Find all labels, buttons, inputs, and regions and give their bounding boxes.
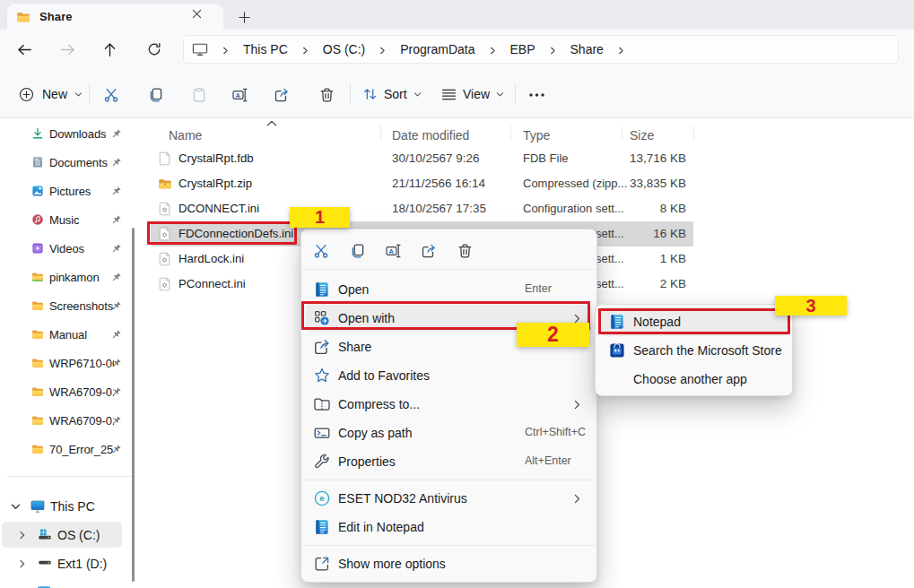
copy-icon	[147, 87, 163, 103]
sort-ascending-icon	[266, 120, 277, 126]
sidebar-item-screenshots[interactable]: Screenshots	[0, 291, 140, 320]
sidebar-scrollbar[interactable]	[132, 228, 135, 582]
menu-item-show-more-options[interactable]: Show more options	[306, 549, 592, 578]
sidebar-item-partial[interactable]	[0, 578, 140, 588]
pin-icon	[110, 186, 122, 197]
file-row-crystalrpt-zip[interactable]: CrystalRpt.zip 21/11/2566 16:14 Compress…	[140, 171, 914, 196]
column-header-size[interactable]: Size	[630, 128, 654, 143]
paste-button[interactable]	[186, 82, 213, 108]
tab-close-button[interactable]	[187, 4, 205, 22]
forward-button[interactable]	[55, 37, 80, 62]
pin-icon	[110, 243, 122, 255]
cut-button[interactable]	[98, 82, 125, 108]
file-date: 30/10/2567 9:26	[392, 151, 480, 165]
menu-item-label: Choose another app	[633, 372, 747, 386]
sidebar-item-this-pc[interactable]: This PC	[0, 492, 140, 521]
breadcrumb-chevron-icon	[222, 47, 230, 55]
file-row-crystalrpt-fdb[interactable]: CrystalRpt.fdb 30/10/2567 9:26 FDB File …	[140, 146, 914, 171]
new-button[interactable]: New	[11, 81, 91, 108]
breadcrumb-this-pc[interactable]: This PC	[243, 42, 288, 56]
sidebar-item-downloads[interactable]: Downloads	[0, 119, 140, 148]
toolbar-divider	[515, 83, 516, 105]
rename-button[interactable]: A	[378, 237, 408, 265]
sidebar-item-label: Music	[49, 213, 79, 227]
menu-item-compress-to[interactable]: Compress to...	[306, 390, 592, 419]
back-button[interactable]	[12, 37, 37, 62]
menu-shortcut: Ctrl+Shift+C	[525, 426, 586, 438]
sidebar-item-os-c[interactable]: OS (C:)	[0, 521, 140, 549]
annotation-highlight-notepad	[598, 308, 790, 334]
submenu-item-choose-another-app[interactable]: Choose another app	[600, 365, 788, 393]
breadcrumb-ebp[interactable]: EBP	[510, 42, 535, 56]
sort-button[interactable]: Sort	[357, 81, 427, 108]
cut-button[interactable]	[306, 237, 336, 265]
notepad-icon	[313, 518, 331, 536]
annotation-step-number: 2	[547, 323, 559, 347]
folder-icon	[31, 299, 44, 312]
pin-icon	[110, 386, 122, 398]
menu-item-open[interactable]: Open Enter	[306, 275, 592, 304]
menu-item-copy-as-path[interactable]: Copy as path Ctrl+Shift+C	[306, 419, 592, 447]
submenu-arrow-icon	[573, 494, 581, 504]
sidebar-item-ext1-d[interactable]: Ext1 (D:)	[0, 549, 140, 578]
sidebar-item-documents[interactable]: Documents	[0, 148, 140, 177]
folder-icon	[31, 271, 44, 283]
sidebar-item-music[interactable]: Music	[0, 205, 140, 234]
sidebar-item-wra6709-2[interactable]: WRA6709-01	[0, 406, 140, 435]
sidebar-item-label: Screenshots	[49, 299, 113, 313]
tab-bar: Share	[0, 0, 914, 30]
menu-item-add-to-favorites[interactable]: Add to Favorites	[306, 361, 592, 390]
sidebar-item-70-error[interactable]: 70_Error_255	[0, 435, 140, 463]
delete-button[interactable]	[449, 237, 480, 265]
breadcrumb-chevron-icon	[379, 47, 387, 55]
rename-button[interactable]: A	[226, 82, 253, 108]
column-header-type[interactable]: Type	[523, 128, 550, 143]
sidebar-item-wra6709-1[interactable]: WRA6709-01	[0, 377, 140, 406]
breadcrumb-programdata[interactable]: ProgramData	[400, 42, 474, 56]
toolbar-divider	[89, 83, 90, 105]
file-name: PConnect.ini	[178, 277, 246, 290]
menu-divider	[302, 545, 596, 546]
sidebar-item-videos[interactable]: Videos	[0, 234, 140, 263]
delete-button[interactable]	[313, 82, 340, 108]
documents-icon	[31, 156, 44, 169]
chevron-down-icon	[413, 91, 422, 99]
sidebar-item-label: Videos	[49, 242, 84, 255]
file-row-dconnect-ini[interactable]: DCONNECT.ini 18/10/2567 17:35 Configurat…	[140, 196, 914, 221]
breadcrumb-share[interactable]: Share	[570, 42, 604, 56]
new-tab-button[interactable]	[233, 7, 255, 27]
folder-icon	[31, 357, 44, 369]
view-icon	[441, 88, 457, 101]
wrench-icon	[313, 453, 331, 471]
sidebar-item-pictures[interactable]: Pictures	[0, 177, 140, 205]
menu-item-properties[interactable]: Properties Alt+Enter	[306, 447, 592, 476]
share-button[interactable]	[268, 82, 295, 108]
more-options-button[interactable]	[523, 82, 550, 108]
copy-button[interactable]	[142, 82, 169, 108]
column-divider[interactable]	[380, 125, 381, 141]
sidebar-item-manual[interactable]: Manual	[0, 320, 140, 349]
menu-item-edit-in-notepad[interactable]: Edit in Notepad	[306, 513, 592, 541]
address-bar[interactable]: This PC OS (C:) ProgramData EBP Share	[183, 35, 899, 64]
menu-item-eset-antivirus[interactable]: e ESET NOD32 Antivirus	[306, 484, 592, 513]
breadcrumb-os-c[interactable]: OS (C:)	[323, 42, 365, 56]
view-button[interactable]: View	[436, 81, 509, 108]
column-divider[interactable]	[693, 125, 694, 141]
column-divider[interactable]	[622, 125, 622, 141]
menu-item-label: Search the Microsoft Store	[633, 343, 782, 358]
submenu-item-search-store[interactable]: Search the Microsoft Store	[600, 336, 788, 365]
column-header-name[interactable]: Name	[169, 128, 202, 143]
file-name: HardLock.ini	[178, 252, 244, 265]
up-button[interactable]	[97, 37, 122, 62]
pin-icon	[110, 300, 122, 312]
refresh-button[interactable]	[142, 37, 167, 62]
sidebar-item-wrp6710[interactable]: WRP6710-00	[0, 349, 140, 377]
sidebar-item-pinkamon[interactable]: pinkamon	[0, 263, 140, 291]
plus-circle-icon	[19, 87, 34, 102]
copy-button[interactable]	[342, 237, 372, 265]
share-button[interactable]	[413, 237, 444, 265]
chevron-down-icon	[74, 91, 83, 99]
column-header-date[interactable]: Date modified	[392, 128, 469, 143]
column-divider[interactable]	[510, 125, 511, 141]
file-name: CrystalRpt.fdb	[178, 151, 254, 165]
